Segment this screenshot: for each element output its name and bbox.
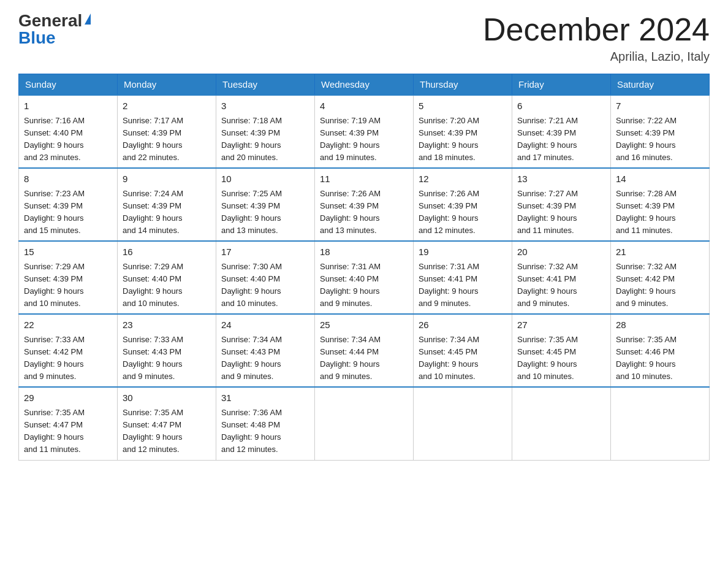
- calendar-cell: 2Sunrise: 7:17 AMSunset: 4:39 PMDaylight…: [118, 95, 216, 168]
- calendar-cell: 26Sunrise: 7:34 AMSunset: 4:45 PMDayligh…: [414, 314, 512, 387]
- day-info: Sunrise: 7:23 AMSunset: 4:39 PMDaylight:…: [24, 189, 85, 235]
- week-row-5: 29Sunrise: 7:35 AMSunset: 4:47 PMDayligh…: [19, 387, 710, 460]
- day-number: 29: [24, 391, 112, 405]
- day-number: 24: [221, 318, 309, 332]
- header-day-friday: Friday: [512, 74, 611, 96]
- logo: General Blue: [18, 12, 91, 47]
- day-number: 9: [123, 172, 211, 186]
- day-info: Sunrise: 7:20 AMSunset: 4:39 PMDaylight:…: [419, 116, 479, 162]
- day-info: Sunrise: 7:32 AMSunset: 4:41 PMDaylight:…: [517, 262, 578, 308]
- day-info: Sunrise: 7:35 AMSunset: 4:47 PMDaylight:…: [123, 408, 183, 454]
- calendar-table: SundayMondayTuesdayWednesdayThursdayFrid…: [18, 74, 710, 460]
- calendar-cell: 20Sunrise: 7:32 AMSunset: 4:41 PMDayligh…: [512, 241, 611, 314]
- calendar-cell: 27Sunrise: 7:35 AMSunset: 4:45 PMDayligh…: [512, 314, 611, 387]
- header-day-saturday: Saturday: [611, 74, 710, 96]
- day-number: 14: [616, 172, 704, 186]
- calendar-cell: 7Sunrise: 7:22 AMSunset: 4:39 PMDaylight…: [611, 95, 710, 168]
- header-day-tuesday: Tuesday: [216, 74, 315, 96]
- calendar-cell: 6Sunrise: 7:21 AMSunset: 4:39 PMDaylight…: [512, 95, 611, 168]
- calendar-cell: 17Sunrise: 7:30 AMSunset: 4:40 PMDayligh…: [216, 241, 315, 314]
- calendar-cell: 23Sunrise: 7:33 AMSunset: 4:43 PMDayligh…: [118, 314, 216, 387]
- day-info: Sunrise: 7:24 AMSunset: 4:39 PMDaylight:…: [123, 189, 183, 235]
- header-day-thursday: Thursday: [414, 74, 512, 96]
- day-info: Sunrise: 7:17 AMSunset: 4:39 PMDaylight:…: [123, 116, 183, 162]
- day-number: 30: [123, 391, 211, 405]
- day-number: 17: [221, 245, 309, 259]
- day-number: 12: [419, 172, 507, 186]
- calendar-cell: 10Sunrise: 7:25 AMSunset: 4:39 PMDayligh…: [216, 168, 315, 241]
- day-number: 3: [221, 99, 309, 113]
- day-info: Sunrise: 7:33 AMSunset: 4:43 PMDaylight:…: [123, 335, 183, 381]
- day-number: 1: [24, 99, 112, 113]
- week-row-2: 8Sunrise: 7:23 AMSunset: 4:39 PMDaylight…: [19, 168, 710, 241]
- day-info: Sunrise: 7:35 AMSunset: 4:47 PMDaylight:…: [24, 408, 85, 454]
- day-info: Sunrise: 7:26 AMSunset: 4:39 PMDaylight:…: [419, 189, 479, 235]
- day-info: Sunrise: 7:30 AMSunset: 4:40 PMDaylight:…: [221, 262, 282, 308]
- day-info: Sunrise: 7:34 AMSunset: 4:44 PMDaylight:…: [320, 335, 381, 381]
- calendar-cell: 3Sunrise: 7:18 AMSunset: 4:39 PMDaylight…: [216, 95, 315, 168]
- logo-triangle-icon: [85, 13, 91, 25]
- day-info: Sunrise: 7:28 AMSunset: 4:39 PMDaylight:…: [616, 189, 677, 235]
- header-day-monday: Monday: [118, 74, 216, 96]
- calendar-cell: 11Sunrise: 7:26 AMSunset: 4:39 PMDayligh…: [315, 168, 414, 241]
- calendar-cell: 8Sunrise: 7:23 AMSunset: 4:39 PMDaylight…: [19, 168, 118, 241]
- day-info: Sunrise: 7:35 AMSunset: 4:45 PMDaylight:…: [517, 335, 578, 381]
- day-number: 10: [221, 172, 309, 186]
- calendar-cell: 9Sunrise: 7:24 AMSunset: 4:39 PMDaylight…: [118, 168, 216, 241]
- calendar-cell: [315, 387, 414, 460]
- page-header: General Blue December 2024 Aprilia, Lazi…: [18, 12, 710, 64]
- day-number: 13: [517, 172, 605, 186]
- calendar-cell: 31Sunrise: 7:36 AMSunset: 4:48 PMDayligh…: [216, 387, 315, 460]
- logo-blue-text: Blue: [18, 29, 56, 47]
- day-number: 2: [123, 99, 211, 113]
- day-number: 31: [221, 391, 309, 405]
- calendar-cell: 12Sunrise: 7:26 AMSunset: 4:39 PMDayligh…: [414, 168, 512, 241]
- day-info: Sunrise: 7:25 AMSunset: 4:39 PMDaylight:…: [221, 189, 282, 235]
- logo-general-text: General: [18, 12, 82, 29]
- day-number: 22: [24, 318, 112, 332]
- day-number: 4: [320, 99, 408, 113]
- calendar-cell: 21Sunrise: 7:32 AMSunset: 4:42 PMDayligh…: [611, 241, 710, 314]
- day-info: Sunrise: 7:32 AMSunset: 4:42 PMDaylight:…: [616, 262, 677, 308]
- calendar-cell: [414, 387, 512, 460]
- day-number: 11: [320, 172, 408, 186]
- day-number: 5: [419, 99, 507, 113]
- calendar-cell: [512, 387, 611, 460]
- day-info: Sunrise: 7:36 AMSunset: 4:48 PMDaylight:…: [221, 408, 282, 454]
- day-info: Sunrise: 7:27 AMSunset: 4:39 PMDaylight:…: [517, 189, 578, 235]
- day-info: Sunrise: 7:31 AMSunset: 4:41 PMDaylight:…: [419, 262, 479, 308]
- day-number: 20: [517, 245, 605, 259]
- calendar-cell: 4Sunrise: 7:19 AMSunset: 4:39 PMDaylight…: [315, 95, 414, 168]
- day-number: 15: [24, 245, 112, 259]
- week-row-4: 22Sunrise: 7:33 AMSunset: 4:42 PMDayligh…: [19, 314, 710, 387]
- day-number: 27: [517, 318, 605, 332]
- location-title: Aprilia, Lazio, Italy: [483, 50, 710, 64]
- day-number: 8: [24, 172, 112, 186]
- calendar-cell: 22Sunrise: 7:33 AMSunset: 4:42 PMDayligh…: [19, 314, 118, 387]
- week-row-1: 1Sunrise: 7:16 AMSunset: 4:40 PMDaylight…: [19, 95, 710, 168]
- day-info: Sunrise: 7:33 AMSunset: 4:42 PMDaylight:…: [24, 335, 85, 381]
- calendar-cell: 19Sunrise: 7:31 AMSunset: 4:41 PMDayligh…: [414, 241, 512, 314]
- calendar-cell: 28Sunrise: 7:35 AMSunset: 4:46 PMDayligh…: [611, 314, 710, 387]
- day-number: 16: [123, 245, 211, 259]
- day-info: Sunrise: 7:34 AMSunset: 4:43 PMDaylight:…: [221, 335, 282, 381]
- day-info: Sunrise: 7:18 AMSunset: 4:39 PMDaylight:…: [221, 116, 282, 162]
- day-info: Sunrise: 7:16 AMSunset: 4:40 PMDaylight:…: [24, 116, 85, 162]
- day-number: 28: [616, 318, 704, 332]
- day-number: 26: [419, 318, 507, 332]
- calendar-cell: 14Sunrise: 7:28 AMSunset: 4:39 PMDayligh…: [611, 168, 710, 241]
- calendar-cell: 30Sunrise: 7:35 AMSunset: 4:47 PMDayligh…: [118, 387, 216, 460]
- day-number: 6: [517, 99, 605, 113]
- day-info: Sunrise: 7:31 AMSunset: 4:40 PMDaylight:…: [320, 262, 381, 308]
- day-number: 21: [616, 245, 704, 259]
- day-info: Sunrise: 7:21 AMSunset: 4:39 PMDaylight:…: [517, 116, 578, 162]
- calendar-cell: 1Sunrise: 7:16 AMSunset: 4:40 PMDaylight…: [19, 95, 118, 168]
- day-info: Sunrise: 7:19 AMSunset: 4:39 PMDaylight:…: [320, 116, 381, 162]
- day-number: 7: [616, 99, 704, 113]
- day-number: 25: [320, 318, 408, 332]
- calendar-cell: 5Sunrise: 7:20 AMSunset: 4:39 PMDaylight…: [414, 95, 512, 168]
- day-info: Sunrise: 7:35 AMSunset: 4:46 PMDaylight:…: [616, 335, 677, 381]
- calendar-cell: 13Sunrise: 7:27 AMSunset: 4:39 PMDayligh…: [512, 168, 611, 241]
- day-number: 18: [320, 245, 408, 259]
- day-info: Sunrise: 7:22 AMSunset: 4:39 PMDaylight:…: [616, 116, 677, 162]
